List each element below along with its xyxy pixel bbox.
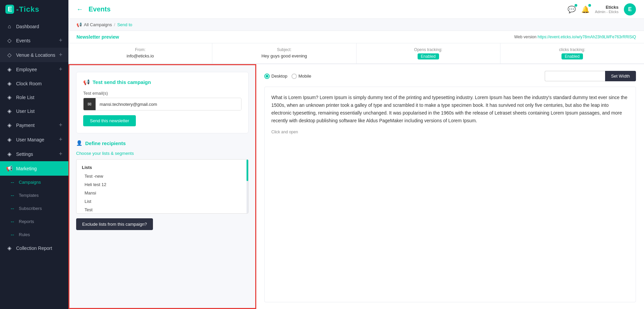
- test-send-title: 📢 Test send this campaign: [83, 79, 241, 85]
- set-width-button[interactable]: Set Width: [605, 71, 636, 81]
- sidebar-item-clockroom[interactable]: ◈ Clock Room: [0, 77, 68, 90]
- topbar: ← Events 💬 🔔 Eticks Admin - Eticks E: [68, 0, 644, 19]
- page-title: Events: [89, 5, 111, 13]
- main-content: ← Events 💬 🔔 Eticks Admin - Eticks E 📢 A…: [68, 0, 644, 309]
- desktop-radio-circle: [264, 74, 270, 79]
- sidebar-item-label: Role List: [16, 95, 34, 100]
- preview-label: Newsletter preview: [76, 34, 119, 40]
- sidebar-item-marketing[interactable]: 📢 Marketing -: [0, 161, 68, 176]
- sidebar-item-label: Collection Report: [16, 246, 52, 251]
- right-panel: Desktop Mobile Set Width What is Lorem I…: [256, 64, 644, 309]
- email-input-row: ✉: [83, 98, 241, 111]
- test-email-input[interactable]: [96, 98, 241, 110]
- sidebar-item-templates[interactable]: -- Templates: [0, 189, 68, 202]
- sidebar-item-rolelist[interactable]: ◈ Role List: [0, 90, 68, 104]
- sidebar-item-campaigns[interactable]: -- Campaigns: [0, 176, 68, 189]
- usermanage-icon: ◈: [6, 136, 13, 143]
- sidebar-item-rules[interactable]: -- Rules: [0, 228, 68, 241]
- web-version-link[interactable]: https://event.eticks.io/w/y78mAh23h9LWFe…: [538, 35, 636, 39]
- dash-icon: --: [11, 219, 14, 224]
- sidebar-item-label: Dashboard: [16, 24, 39, 29]
- sidebar-item-settings[interactable]: ◈ Settings +: [0, 147, 68, 161]
- sidebar-item-reports[interactable]: -- Reports: [0, 215, 68, 228]
- opens-label: Opens tracking:: [363, 47, 494, 52]
- notification-icon[interactable]: 🔔: [581, 5, 590, 13]
- lists-inner: Lists Test -new Heli test 12 Mansi List …: [76, 160, 248, 213]
- dash-icon: --: [11, 232, 14, 237]
- avatar[interactable]: E: [624, 3, 636, 15]
- sidebar-item-label: Marketing: [16, 166, 37, 171]
- settings-icon: ◈: [6, 151, 13, 157]
- sidebar-item-label: Templates: [19, 193, 39, 198]
- breadcrumb-current: Send to: [117, 22, 132, 27]
- web-version: Web version https://event.eticks.io/w/y7…: [514, 35, 636, 39]
- sidebar-nav: ⌂ Dashboard ◇ Events + ◇ Venue & Locatio…: [0, 18, 68, 309]
- sidebar-item-events[interactable]: ◇ Events +: [0, 33, 68, 48]
- plus-icon: +: [59, 51, 62, 58]
- opens-cell: Opens tracking: Enabled: [357, 43, 500, 63]
- sidebar-item-label: Venue & Locations: [16, 52, 55, 58]
- list-item[interactable]: Test -new: [76, 172, 248, 180]
- opens-value: Enabled: [363, 53, 494, 59]
- click-open-text: Click and open: [271, 130, 298, 134]
- list-item[interactable]: List: [76, 197, 248, 206]
- role-icon: ◈: [6, 94, 13, 100]
- chat-badge: [575, 4, 577, 7]
- chat-icon[interactable]: 💬: [568, 5, 576, 13]
- radio-dot: [266, 75, 268, 78]
- sidebar-item-label: User Manage: [16, 137, 44, 142]
- exclude-button[interactable]: Exclude lists from this campaign?: [76, 218, 153, 230]
- scrollbar: [247, 160, 248, 213]
- megaphone-icon: 📢: [83, 79, 90, 85]
- clock-icon: ◈: [6, 80, 13, 87]
- sidebar-item-usermanage[interactable]: ◈ User Manage +: [0, 132, 68, 147]
- sidebar-item-label: Employee: [16, 67, 37, 72]
- list-item[interactable]: Heli test 12: [76, 180, 248, 189]
- lists-group-label: Lists: [76, 163, 248, 172]
- sidebar-item-label: Subscribers: [19, 206, 42, 211]
- plus-icon: +: [59, 150, 62, 158]
- from-cell: From: info@eticks.io: [68, 43, 212, 63]
- width-input[interactable]: [545, 71, 605, 81]
- sidebar-item-collectionreport[interactable]: ◈ Collection Report: [0, 241, 68, 255]
- plus-icon: +: [59, 136, 62, 143]
- sidebar-item-label: Clock Room: [16, 81, 42, 86]
- sidebar-item-label: Campaigns: [19, 180, 41, 185]
- define-recipients-title: 👤 Define recipients: [76, 140, 249, 146]
- back-button[interactable]: ←: [76, 5, 83, 13]
- breadcrumb-all-campaigns[interactable]: All Campaigns: [84, 22, 112, 27]
- report-icon: ◈: [6, 245, 13, 251]
- sidebar-item-dashboard[interactable]: ⌂ Dashboard: [0, 20, 68, 33]
- mobile-radio-circle: [291, 74, 297, 79]
- minus-icon: -: [60, 165, 62, 172]
- payment-icon: ◈: [6, 122, 13, 128]
- sidebar-item-employee[interactable]: ◈ Employee +: [0, 62, 68, 77]
- view-mode-group: Desktop Mobile: [264, 74, 311, 79]
- subject-label: Subject:: [218, 47, 350, 52]
- plus-icon: +: [59, 66, 62, 73]
- marketing-icon: 📢: [6, 165, 13, 172]
- content-area: Newsletter preview Web version https://e…: [68, 31, 644, 309]
- clicks-value: Enabled: [506, 53, 638, 59]
- sidebar-item-subscribers[interactable]: -- Subscribers: [0, 202, 68, 215]
- define-recipients-section: 👤 Define recipients Choose your lists & …: [76, 140, 249, 230]
- plus-icon: +: [59, 122, 62, 129]
- clicks-cell: clicks tracking: Enabled: [500, 43, 644, 63]
- sidebar-item-userlist[interactable]: ◈ User List: [0, 104, 68, 118]
- list-item[interactable]: Mansi: [76, 189, 248, 197]
- list-item[interactable]: Test: [76, 206, 248, 213]
- preview-text: What is Lorem Ipsum? Lorem Ipsum is simp…: [271, 94, 629, 125]
- lists-box: Lists Test -new Heli test 12 Mansi List …: [76, 159, 249, 214]
- choose-lists-label: Choose your lists & segments: [76, 151, 249, 156]
- desktop-radio[interactable]: Desktop: [264, 74, 287, 79]
- from-value: info@eticks.io: [74, 53, 206, 58]
- sidebar-item-venue[interactable]: ◇ Venue & Locations +: [0, 48, 68, 62]
- mobile-radio[interactable]: Mobile: [291, 74, 311, 79]
- subject-cell: Subject: Hey guys good evening: [212, 43, 356, 63]
- send-newsletter-button[interactable]: Send this newsletter: [83, 115, 136, 126]
- scrollbar-thumb: [247, 160, 248, 181]
- email-field-label: Test email(s): [83, 91, 241, 96]
- user-info: Eticks Admin - Eticks: [595, 5, 619, 14]
- breadcrumb-icon: 📢: [76, 22, 82, 27]
- sidebar-item-payment[interactable]: ◈ Payment +: [0, 118, 68, 132]
